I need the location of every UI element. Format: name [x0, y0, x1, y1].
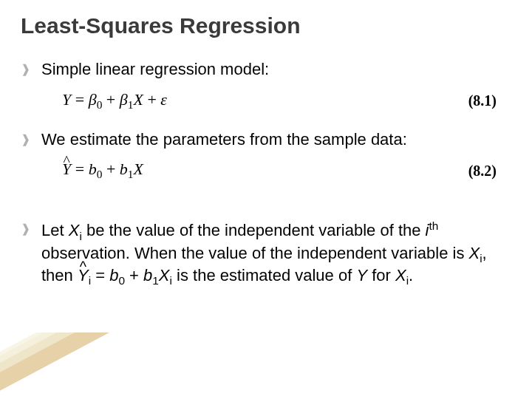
b3-b0: b	[109, 266, 118, 284]
b3-eq: =	[91, 266, 109, 284]
b3-dot: .	[409, 266, 413, 284]
equation-1: Y = β0 + β1X + ε	[62, 90, 167, 112]
b3-b1-sub: 1	[152, 275, 159, 287]
eq1-lhs: Y	[62, 90, 71, 109]
equation-2: Y = b0 + b1X	[62, 160, 143, 181]
eq1-eq: =	[71, 90, 88, 109]
bullet-3: ❱ Let Xi be the value of the independent…	[21, 219, 511, 288]
b3-pre: Let	[41, 221, 69, 239]
b3-xi3: X	[395, 266, 406, 284]
eq2-b1: b	[120, 160, 128, 178]
b3-y: Y	[356, 266, 367, 284]
b3-yhat: Y	[78, 265, 89, 286]
b3-ith-sup: th	[429, 219, 439, 232]
equation-1-number: (8.1)	[468, 92, 497, 109]
bullet-1: ❱ Simple linear regression model:	[21, 59, 511, 80]
eq2-yhat: Y	[62, 160, 71, 179]
eq1-plus2: +	[143, 90, 160, 109]
bullet-icon: ❱	[21, 129, 41, 146]
eq2-eq: =	[71, 160, 88, 178]
b3-b0-sub: 0	[118, 275, 125, 287]
eq2-x: X	[134, 160, 143, 178]
equation-2-row: Y = b0 + b1X (8.2)	[62, 160, 511, 181]
bullet-2-text: We estimate the parameters from the samp…	[41, 129, 407, 150]
slide-title: Least-Squares Regression	[21, 13, 300, 38]
eq2-plus: +	[102, 160, 119, 178]
eq2-b0: b	[89, 160, 97, 178]
bullet-list: ❱ Simple linear regression model: Y = β0…	[21, 59, 511, 296]
equation-1-row: Y = β0 + β1X + ε (8.1)	[62, 90, 511, 112]
b3-mid1: be the value of the independent variable…	[82, 221, 426, 239]
b3-xi2: X	[469, 244, 480, 262]
b3-tail: is the estimated value of	[172, 266, 356, 284]
bullet-2: ❱ We estimate the parameters from the sa…	[21, 129, 511, 150]
b3-xi: X	[69, 221, 80, 239]
b3-x: X	[159, 266, 170, 284]
bullet-icon: ❱	[21, 219, 41, 236]
eq1-x: X	[133, 90, 143, 109]
b3-for: for	[367, 266, 395, 284]
equation-2-number: (8.2)	[468, 163, 497, 180]
eq1-eps: ε	[160, 90, 167, 109]
bullet-1-text: Simple linear regression model:	[41, 59, 269, 80]
eq2-sub1: 1	[128, 168, 134, 181]
corner-decoration	[0, 332, 118, 399]
slide: Least-Squares Regression ❱ Simple linear…	[0, 0, 532, 399]
eq1-plus1: +	[102, 90, 119, 109]
bullet-icon: ❱	[21, 59, 41, 76]
bullet-3-text: Let Xi be the value of the independent v…	[41, 219, 511, 288]
b3-plus: +	[125, 266, 143, 284]
eq1-b1: β	[120, 90, 128, 109]
eq1-b0: β	[89, 90, 97, 109]
b3-mid2: observation. When the value of the indep…	[41, 244, 469, 262]
b3-b1: b	[143, 266, 152, 284]
